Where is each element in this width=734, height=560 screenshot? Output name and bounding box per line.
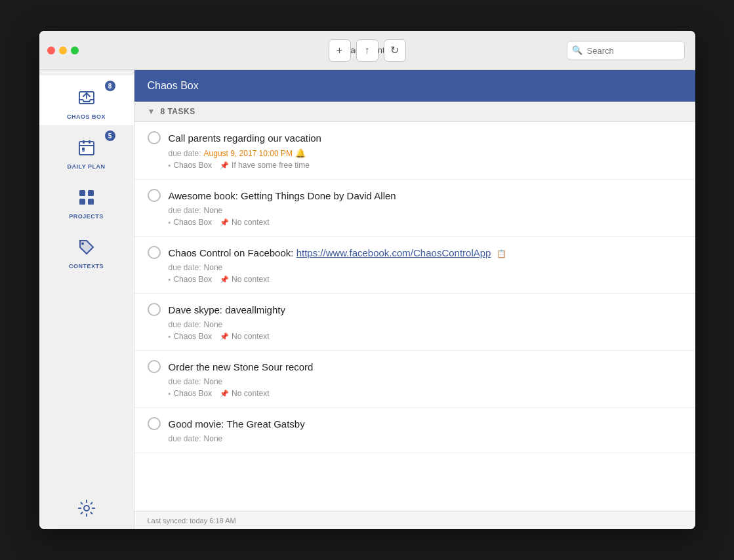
contexts-label: CONTEXTS xyxy=(69,263,104,270)
task-checkbox[interactable] xyxy=(148,246,161,259)
task-due: due date: None xyxy=(169,377,682,386)
task-title-row: Call parents regarding our vacation xyxy=(148,131,682,144)
svg-rect-3 xyxy=(89,140,91,144)
task-meta: due date: None ▪ Chaos Box 📌 No context xyxy=(148,377,682,398)
tag-icon xyxy=(72,233,101,262)
sidebar: 8 CHAOS BOX 5 xyxy=(39,70,134,529)
task-title-row: Awesome book: Getting Things Done by Dav… xyxy=(148,189,682,202)
project-icon: ▪ xyxy=(169,161,171,169)
sidebar-item-contexts[interactable]: CONTEXTS xyxy=(39,225,134,275)
task-title-row: Order the new Stone Sour record xyxy=(148,360,682,373)
search-icon: 🔍 xyxy=(572,45,582,55)
project-name: Chaos Box xyxy=(173,218,212,227)
task-tags: ▪ Chaos Box 📌 No context xyxy=(169,275,682,284)
due-value: None xyxy=(204,206,223,215)
due-value: None xyxy=(204,377,223,386)
task-area: Chaos Box ▼ 8 TASKS Call parents regardi… xyxy=(134,70,695,529)
search-input[interactable] xyxy=(567,41,685,60)
settings-button[interactable] xyxy=(77,499,96,521)
task-title: Order the new Stone Sour record xyxy=(169,361,682,372)
copy-icon: 📋 xyxy=(497,249,506,258)
sidebar-item-chaos-box[interactable]: 8 CHAOS BOX xyxy=(39,75,134,125)
alarm-icon: 🔔 xyxy=(295,148,306,158)
project-icon: ▪ xyxy=(169,390,171,397)
task-link[interactable]: https://www.facebook.com/ChaosControlApp xyxy=(296,247,491,258)
svg-point-10 xyxy=(81,243,84,245)
context-name: No context xyxy=(232,218,269,227)
window-controls xyxy=(39,31,79,70)
task-title: Dave skype: daveallmighty xyxy=(169,304,682,315)
task-tags: ▪ Chaos Box 📌 No context xyxy=(169,332,682,341)
task-row: Awesome book: Getting Things Done by Dav… xyxy=(134,180,695,237)
context-icon: 📌 xyxy=(220,332,229,341)
task-checkbox[interactable] xyxy=(148,131,161,144)
due-label: due date: xyxy=(169,320,201,329)
due-label: due date: xyxy=(169,149,201,158)
task-subheader: ▼ 8 TASKS xyxy=(134,102,695,122)
close-button[interactable] xyxy=(47,47,55,54)
inbox-icon xyxy=(72,83,101,112)
calendar-icon: 9 xyxy=(72,133,101,162)
svg-point-11 xyxy=(84,506,89,511)
context-icon: 📌 xyxy=(220,161,229,170)
context-name: No context xyxy=(232,389,269,398)
task-due: due date: None xyxy=(169,263,682,272)
due-value: None xyxy=(204,434,223,443)
task-checkbox[interactable] xyxy=(148,360,161,373)
task-row: Good movie: The Great Gatsby due date: N… xyxy=(134,408,695,453)
task-row: Chaos Control on Facebook: https://www.f… xyxy=(134,237,695,294)
sync-status: Last synced: today 6:18 AM xyxy=(148,517,236,525)
due-label: due date: xyxy=(169,206,201,215)
task-meta: due date: None ▪ Chaos Box 📌 No context xyxy=(148,320,682,341)
refresh-button[interactable]: ↻ xyxy=(384,39,406,62)
sidebar-bottom xyxy=(39,499,134,529)
project-name: Chaos Box xyxy=(173,389,212,398)
task-due: due date: None xyxy=(169,434,682,443)
task-checkbox[interactable] xyxy=(148,189,161,202)
context-icon: 📌 xyxy=(220,218,229,227)
task-title-row: Dave skype: daveallmighty xyxy=(148,303,682,316)
task-due: due date: None xyxy=(169,206,682,215)
task-context-tag: 📌 If have some free time xyxy=(220,161,310,170)
app-window: Chaos Control + ↑ ↻ 🔍 8 xyxy=(39,31,695,529)
share-button[interactable]: ↑ xyxy=(356,39,378,62)
task-project-tag: ▪ Chaos Box xyxy=(169,161,213,170)
context-icon: 📌 xyxy=(220,275,229,284)
task-tags: ▪ Chaos Box 📌 No context xyxy=(169,218,682,227)
task-due: due date: August 9, 2017 10:00 PM 🔔 xyxy=(169,148,682,158)
minimize-button[interactable] xyxy=(59,47,67,54)
task-context-tag: 📌 No context xyxy=(220,332,269,341)
main-content: 8 CHAOS BOX 5 xyxy=(39,70,695,529)
due-value: August 9, 2017 10:00 PM xyxy=(204,149,293,158)
chaos-box-badge: 8 xyxy=(105,81,115,91)
daily-plan-badge: 5 xyxy=(105,130,115,141)
context-name: No context xyxy=(232,275,269,284)
task-title-row: Chaos Control on Facebook: https://www.f… xyxy=(148,246,682,259)
task-checkbox[interactable] xyxy=(148,303,161,316)
task-list-title: Chaos Box xyxy=(148,80,199,92)
project-icon: ▪ xyxy=(169,332,171,340)
context-name: If have some free time xyxy=(232,161,310,170)
task-checkbox[interactable] xyxy=(148,417,161,430)
project-name: Chaos Box xyxy=(173,161,212,170)
project-name: Chaos Box xyxy=(173,332,212,341)
status-bar: Last synced: today 6:18 AM xyxy=(134,511,695,529)
add-button[interactable]: + xyxy=(329,39,351,62)
context-name: No context xyxy=(232,332,269,341)
grid-icon xyxy=(72,183,101,212)
sidebar-item-daily-plan[interactable]: 5 9 DAILY PLAN xyxy=(39,125,134,175)
due-label: due date: xyxy=(169,377,201,386)
svg-rect-2 xyxy=(83,140,85,144)
task-tags: ▪ Chaos Box 📌 No context xyxy=(169,389,682,398)
sidebar-item-projects[interactable]: PROJECTS xyxy=(39,175,134,225)
search-area: 🔍 xyxy=(567,41,685,60)
task-title: Chaos Control on Facebook: https://www.f… xyxy=(169,247,682,258)
task-context-tag: 📌 No context xyxy=(220,389,269,398)
title-bar: Chaos Control + ↑ ↻ 🔍 xyxy=(39,31,695,70)
task-count: 8 TASKS xyxy=(160,107,195,116)
due-label: due date: xyxy=(169,434,201,443)
maximize-button[interactable] xyxy=(71,47,79,54)
chaos-box-label: CHAOS BOX xyxy=(67,113,106,120)
task-project-tag: ▪ Chaos Box xyxy=(169,332,213,341)
svg-text:9: 9 xyxy=(81,148,85,153)
